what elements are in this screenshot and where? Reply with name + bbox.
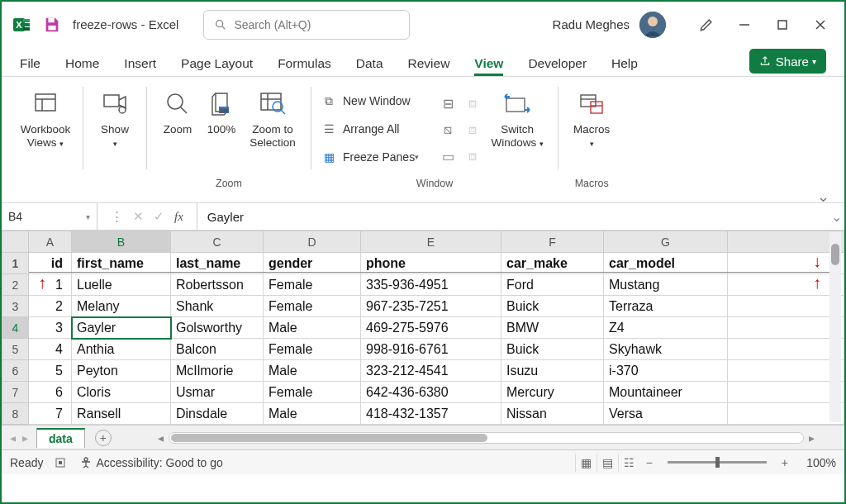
cell[interactable]: Female [264,382,361,403]
name-box[interactable]: B4▾ [2,203,97,230]
col-header-G[interactable]: G [604,231,728,253]
vertical-scrollbar[interactable] [829,232,841,422]
cell[interactable]: Buick [501,296,604,317]
tab-data[interactable]: Data [356,56,383,76]
cell[interactable]: Robertsson [171,274,264,296]
cell[interactable]: Nissan [501,403,604,425]
cell[interactable]: Golsworthy [171,317,264,339]
add-sheet-button[interactable]: + [95,430,112,446]
cancel-formula-icon[interactable]: ✕ [133,209,144,224]
cell[interactable]: first_name [72,253,171,274]
col-header-A[interactable]: A [29,231,72,253]
page-layout-icon[interactable]: ▤ [596,454,618,472]
formula-expand-icon[interactable]: ⌄ [828,209,844,225]
cell[interactable]: Versa [604,403,728,425]
sheet-nav-prev[interactable]: ◂ [10,431,16,445]
cell[interactable]: car_make [501,253,604,274]
cell[interactable]: BMW [501,317,604,339]
win-icon[interactable]: ▭ [442,143,454,169]
col-header-F[interactable]: F [501,231,604,253]
cell[interactable]: Isuzu [501,360,604,382]
cell[interactable]: Peyton [72,360,171,382]
cell[interactable]: 5 [29,360,72,382]
enter-formula-icon[interactable]: ✓ [154,209,164,224]
horizontal-scrollbar[interactable]: ◂▸ [153,431,820,445]
page-break-icon[interactable]: ☷ [618,454,639,472]
diag-icon[interactable]: ⧅ [444,116,452,143]
normal-view-icon[interactable]: ▦ [575,454,596,472]
cell[interactable]: Dinsdale [171,403,264,425]
zoom-slider[interactable] [668,461,767,464]
row-header-7[interactable]: 7 [2,382,29,403]
freeze-panes-button[interactable]: ▦Freeze Panes ▾ [320,143,419,171]
pen-icon[interactable] [692,11,720,39]
tab-page-layout[interactable]: Page Layout [181,56,253,76]
tab-help[interactable]: Help [611,56,638,76]
macros-button[interactable]: Macros▾ [567,85,616,150]
zoom-100-button[interactable]: 100 100% [200,85,243,136]
col-header-C[interactable]: C [171,231,264,253]
cell[interactable]: Terraza [604,296,728,317]
icon2c[interactable]: ⧈ [468,143,477,169]
cell[interactable]: Melany [72,296,171,317]
col-header-B[interactable]: B [72,231,171,253]
cell[interactable]: id [29,253,72,274]
cell[interactable]: Shank [171,296,264,317]
cell[interactable]: Anthia [72,339,171,360]
show-button[interactable]: Show▾ [92,85,138,150]
cell[interactable]: gender [264,253,361,274]
close-button[interactable] [806,11,834,39]
sheet-nav-next[interactable]: ▸ [22,431,28,445]
collapse-ribbon-icon[interactable]: ⌄ [817,188,829,206]
row-header-2[interactable]: 2 [2,274,29,296]
cell[interactable]: 418-432-1357 [361,403,501,425]
formula-input[interactable]: Gayler [197,203,828,230]
sheet-tab-data[interactable]: data [36,428,85,448]
cell[interactable]: 642-436-6380 [361,382,501,403]
cell[interactable]: 469-275-5976 [361,317,501,339]
zoom-out[interactable]: − [639,456,659,469]
tab-insert[interactable]: Insert [124,56,156,76]
accessibility-status[interactable]: Accessibility: Good to go [79,456,222,469]
cell[interactable]: Skyhawk [604,339,728,360]
row-header-8[interactable]: 8 [2,403,29,425]
fx-icon[interactable]: fx [174,210,183,224]
cell[interactable]: 6 [29,382,72,403]
cell[interactable]: Usmar [171,382,264,403]
zoom-button[interactable]: Zoom [155,85,200,136]
row-header-1[interactable]: 1 [2,253,29,274]
cell[interactable]: 323-212-4541 [361,360,501,382]
cell[interactable]: car_model [604,253,728,274]
cell[interactable]: Female [264,274,361,296]
tab-file[interactable]: File [20,56,40,76]
search-box[interactable]: Search (Alt+Q) [203,10,410,40]
spreadsheet-grid[interactable]: ABCDEFG1idfirst_namelast_namegenderphone… [2,231,844,425]
tab-view[interactable]: View [474,56,503,76]
col-header-E[interactable]: E [361,231,501,253]
cell[interactable]: Female [264,339,361,360]
row-header-4[interactable]: 4 [2,317,29,339]
cell[interactable]: 7 [29,403,72,425]
cell[interactable]: Mercury [501,382,604,403]
row-header-3[interactable]: 3 [2,296,29,317]
zoom-level[interactable]: 100% [795,456,836,469]
cell[interactable]: McIlmorie [171,360,264,382]
row-header-5[interactable]: 5 [2,339,29,360]
tab-formulas[interactable]: Formulas [278,56,331,76]
cell[interactable]: 967-235-7251 [361,296,501,317]
split-icon[interactable]: ⊟ [443,90,454,116]
arrange-all-button[interactable]: ☰Arrange All [320,115,419,143]
cell[interactable]: Z4 [604,317,728,339]
cell[interactable]: Male [264,360,361,382]
icon2b[interactable]: ⧈ [468,116,477,143]
tab-home[interactable]: Home [65,56,99,76]
cell[interactable]: Male [264,403,361,425]
share-button[interactable]: Share ▾ [749,49,826,74]
tab-review[interactable]: Review [408,56,450,76]
cell[interactable]: Female [264,296,361,317]
cell[interactable]: 1 [29,274,72,296]
user-avatar[interactable] [639,12,666,38]
cell[interactable]: Mustang [604,274,728,296]
icon2a[interactable]: ⧈ [468,90,477,116]
cell[interactable]: Luelle [72,274,171,296]
